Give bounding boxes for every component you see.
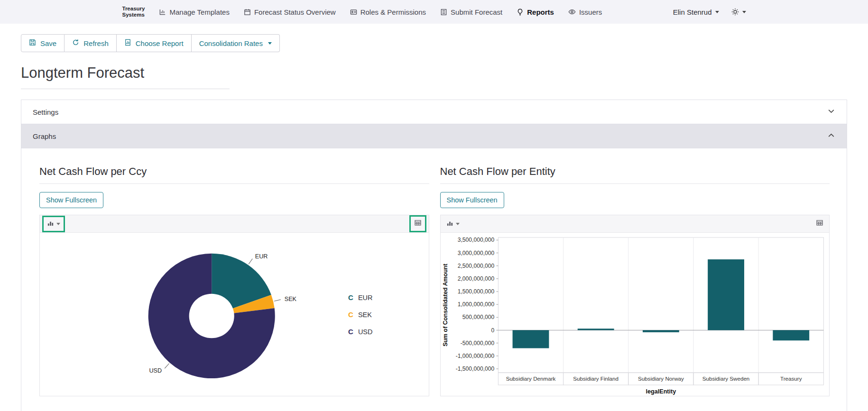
user-menu[interactable]: Elin Stenrud: [673, 8, 719, 16]
pie-slice-label: EUR: [255, 253, 268, 260]
legend-item-sek[interactable]: C SEK: [348, 311, 372, 319]
nav-roles-permissions[interactable]: Roles & Permissions: [350, 8, 426, 16]
chevron-down-icon: [56, 223, 60, 225]
consolidation-rates-button[interactable]: Consolidation Rates: [192, 34, 280, 52]
lightbulb-icon: [517, 9, 524, 16]
legend-label: EUR: [358, 293, 373, 301]
y-tick-label: 2,500,000,000: [457, 263, 494, 269]
pie-label-leader: [249, 259, 252, 264]
report-accordion: Settings Graphs Net Cash Flow per Ccy Sh…: [21, 100, 847, 411]
y-tick-label: -1,500,000,000: [455, 365, 494, 372]
nav-submit-forecast[interactable]: Submit Forecast: [440, 8, 502, 16]
sun-icon: [731, 8, 739, 16]
bar-subsidiary-finland[interactable]: [577, 329, 614, 330]
pie-slice-label: USD: [149, 367, 162, 374]
chart-type-dropdown[interactable]: [47, 219, 60, 228]
nav-label: Submit Forecast: [451, 8, 502, 16]
bar-treasury[interactable]: [773, 330, 809, 341]
nav-label: Manage Templates: [169, 8, 229, 16]
refresh-icon: [72, 39, 79, 47]
legend-label: SEK: [358, 311, 372, 318]
chart-card-entity: Net Cash Flow per Entity Show Fullscreen: [440, 165, 830, 396]
legend-item-usd[interactable]: C USD: [348, 328, 372, 336]
nav-manage-templates[interactable]: Manage Templates: [159, 8, 229, 16]
chart-title: Net Cash Flow per Entity: [440, 165, 830, 184]
y-tick-label: 2,000,000,000: [457, 275, 494, 282]
bar-subsidiary-denmark[interactable]: [512, 330, 549, 348]
y-axis-title: Sum of Consolidated Amount: [442, 263, 449, 346]
plot-border: [498, 237, 823, 373]
save-icon: [29, 39, 36, 47]
nav-label: Issuers: [579, 8, 602, 16]
legend-label: USD: [358, 328, 373, 335]
chevron-up-icon: [827, 131, 835, 141]
chart-type-dropdown[interactable]: [446, 219, 460, 228]
eye-icon: [568, 8, 576, 16]
chart-title: Net Cash Flow per Ccy: [39, 165, 429, 184]
caret-down-icon: [268, 42, 272, 45]
y-tick-label: 500,000,000: [462, 314, 494, 320]
series-icon: C: [348, 293, 353, 301]
document-icon: [440, 9, 447, 16]
refresh-button[interactable]: Refresh: [65, 34, 117, 52]
logo-line-1: Treasury: [122, 6, 145, 12]
bar-chart-area: -1,500,000,000-1,000,000,000-500,000,000…: [441, 233, 830, 396]
show-data-table-button[interactable]: [816, 219, 823, 228]
nav-label: Forecast Status Overview: [254, 8, 336, 16]
accordion-graphs-label: Graphs: [33, 132, 56, 140]
report-icon: [124, 39, 131, 47]
bar-subsidiary-sweden[interactable]: [708, 259, 744, 330]
series-icon: C: [348, 311, 353, 319]
bar-chart-icon: [446, 219, 453, 228]
chevron-down-icon: [456, 223, 460, 225]
page-title: Longterm Forecast: [21, 64, 847, 82]
table-icon: [414, 219, 422, 228]
pie-label-leader: [274, 300, 281, 301]
legend-item-eur[interactable]: C EUR: [348, 293, 372, 301]
title-divider: [21, 89, 230, 89]
chart-card-ccy: Net Cash Flow per Ccy Show Fullscreen: [39, 165, 429, 396]
nav-reports[interactable]: Reports: [517, 8, 554, 16]
y-tick-label: -1,000,000,000: [455, 353, 494, 359]
theme-toggle[interactable]: [731, 8, 746, 16]
accordion-settings[interactable]: Settings: [21, 100, 847, 124]
y-tick-label: -500,000,000: [460, 340, 494, 347]
logo-line-2: Systems: [122, 12, 145, 18]
series-icon: C: [348, 328, 353, 336]
y-tick-label: 1,500,000,000: [457, 288, 494, 295]
app-logo[interactable]: Treasury Systems: [122, 6, 145, 18]
chart-toolbar: [441, 215, 830, 233]
bar-chart: -1,500,000,000-1,000,000,000-500,000,000…: [441, 233, 830, 396]
show-fullscreen-button[interactable]: Show Fullscreen: [440, 192, 504, 208]
choose-report-button[interactable]: Choose Report: [117, 34, 192, 52]
nav-label: Roles & Permissions: [360, 8, 426, 16]
accordion-settings-label: Settings: [33, 108, 58, 116]
caret-down-icon: [742, 11, 746, 13]
chart-lines-icon: [159, 9, 166, 16]
chevron-down-icon: [827, 107, 835, 117]
chart-legend: C EUR C SEK C USD: [348, 293, 372, 336]
caret-down-icon: [715, 11, 719, 13]
annotation-highlight-box: [42, 216, 65, 232]
save-button[interactable]: Save: [21, 34, 65, 52]
nav-issuers[interactable]: Issuers: [568, 8, 602, 16]
y-tick-label: 3,000,000,000: [457, 250, 494, 256]
y-tick-label: 0: [491, 327, 494, 334]
show-fullscreen-button[interactable]: Show Fullscreen: [39, 192, 103, 208]
accordion-graphs[interactable]: Graphs: [21, 124, 847, 148]
category-label: Subsidiary Sweden: [702, 376, 749, 382]
chart-toolbar: [40, 215, 429, 233]
category-label: Subsidiary Denmark: [506, 376, 555, 382]
category-label: Treasury: [780, 376, 802, 382]
id-card-icon: [350, 9, 357, 16]
table-icon: [816, 219, 823, 228]
x-axis-title: legalEntity: [646, 388, 676, 395]
pie-slice-label: SEK: [285, 296, 297, 302]
bar-subsidiary-norway[interactable]: [642, 330, 679, 332]
donut-hole: [189, 294, 234, 338]
show-data-table-button[interactable]: [414, 219, 422, 228]
user-name: Elin Stenrud: [673, 8, 712, 16]
nav-forecast-status-overview[interactable]: Forecast Status Overview: [244, 8, 336, 16]
bar-chart-icon: [47, 219, 54, 228]
graphs-panel: Net Cash Flow per Ccy Show Fullscreen: [21, 148, 847, 411]
